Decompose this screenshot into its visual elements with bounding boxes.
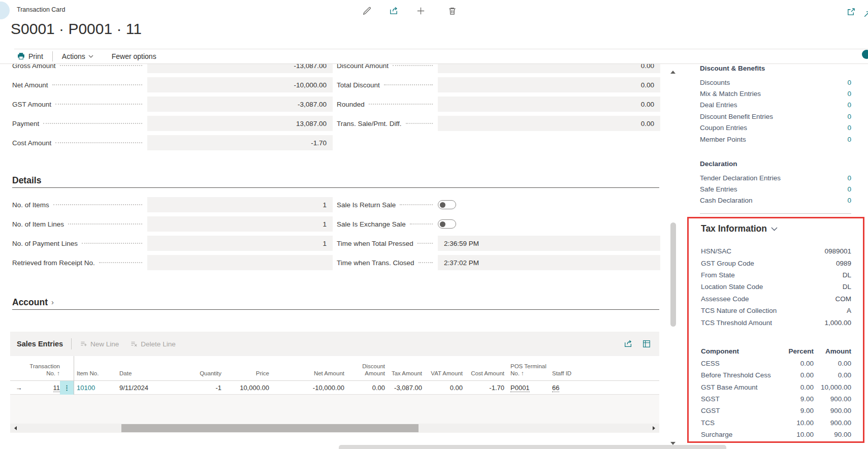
- toggle-knob: [440, 202, 445, 208]
- dotted-leader: [68, 223, 142, 224]
- item-value-link[interactable]: 0: [847, 101, 851, 109]
- cell-cost-amount[interactable]: -1.70: [463, 384, 504, 392]
- sale-is-return-sale-toggle[interactable]: [438, 200, 456, 209]
- item-value-link[interactable]: 0: [847, 174, 851, 182]
- row-options-icon[interactable]: ⋮: [60, 381, 74, 395]
- account-section-title[interactable]: Account›: [12, 297, 54, 308]
- col-pos-terminal-no[interactable]: POS Terminal No. ↑: [510, 363, 550, 377]
- col-item-no[interactable]: Item No.: [74, 370, 119, 377]
- list-item: HSN/SAC0989001: [701, 245, 851, 257]
- item-value-link[interactable]: 0: [847, 197, 851, 204]
- delete-line-button[interactable]: Delete Line: [130, 340, 175, 348]
- net-amount-field[interactable]: -10,000.00: [147, 77, 333, 92]
- no-of-item-lines-field[interactable]: 1: [147, 216, 333, 232]
- item-label: From State: [701, 271, 735, 279]
- page-inspector-badge[interactable]: [862, 50, 868, 59]
- trans-sale-pmt-diff-field[interactable]: 0.00: [438, 116, 660, 131]
- col-staff-id[interactable]: Staff ID: [552, 370, 577, 377]
- cell-net-amount[interactable]: -10,000.00: [269, 384, 344, 392]
- scroll-left-icon[interactable]: [14, 426, 17, 430]
- app-avatar-circle: [0, 2, 10, 19]
- total-discount-field[interactable]: 0.00: [438, 77, 660, 92]
- cell-pos-terminal-no[interactable]: P0001: [510, 384, 550, 392]
- retrieved-from-receipt-field[interactable]: [147, 255, 333, 270]
- scroll-up-icon[interactable]: [670, 71, 676, 74]
- vertical-scrollbar-thumb[interactable]: [670, 222, 676, 327]
- item-value-link[interactable]: 0: [847, 185, 851, 193]
- sale-is-exchange-sale-toggle[interactable]: [438, 219, 456, 229]
- add-icon[interactable]: [416, 6, 426, 16]
- col-net-amount[interactable]: Net Amount: [269, 370, 344, 377]
- no-of-items-field[interactable]: 1: [147, 197, 333, 212]
- time-total-pressed-field[interactable]: 2:36:59 PM: [438, 236, 660, 251]
- component-percent: 10.00: [783, 431, 814, 438]
- expand-arrow-icon[interactable]: [863, 10, 868, 20]
- col-price[interactable]: Price: [221, 370, 269, 377]
- payment-field[interactable]: 13,087.00: [147, 116, 333, 131]
- col-vat-amount[interactable]: VAT Amount: [422, 370, 463, 377]
- open-in-new-window-icon[interactable]: [846, 7, 856, 17]
- item-value-link[interactable]: 0: [847, 90, 851, 98]
- item-value-link[interactable]: 0: [847, 113, 851, 120]
- col-quantity[interactable]: Quantity: [167, 370, 221, 377]
- factbox-divider: [700, 213, 851, 214]
- cost-amount-field[interactable]: -1.70: [147, 135, 333, 150]
- item-label: Member Points: [700, 136, 746, 143]
- col-discount-amount[interactable]: Discount Amount: [344, 363, 385, 377]
- cell-item-no[interactable]: 10100: [74, 384, 119, 392]
- print-label: Print: [28, 52, 43, 60]
- delete-icon[interactable]: [447, 6, 457, 16]
- discount-amount-field[interactable]: 0.00: [438, 64, 660, 73]
- field-label: Cost Amount: [12, 139, 51, 147]
- component-amount: 0.00: [814, 360, 851, 367]
- cell-quantity[interactable]: -1: [167, 384, 221, 392]
- cell-price[interactable]: 10,000.00: [221, 384, 269, 392]
- rounded-field[interactable]: 0.00: [438, 97, 660, 112]
- item-value-link[interactable]: 0: [847, 136, 851, 143]
- dotted-leader: [99, 262, 142, 263]
- cell-vat-amount[interactable]: 0.00: [422, 384, 463, 392]
- open-in-excel-icon[interactable]: [642, 339, 651, 348]
- time-trans-closed-field[interactable]: 2:37:02 PM: [438, 255, 660, 270]
- page-horizontal-scrollbar-thumb[interactable]: [339, 445, 726, 449]
- component-percent: 10.00: [783, 419, 814, 427]
- transaction-card-page: Transaction Card S0001 · P0001 · 11 Prin…: [0, 0, 868, 449]
- cell-date[interactable]: 9/11/2024: [119, 384, 167, 392]
- col-transaction-no[interactable]: Transaction No. ↑: [27, 363, 60, 377]
- cell-staff-id[interactable]: 66: [552, 384, 577, 392]
- col-cost-amount[interactable]: Cost Amount: [463, 370, 504, 377]
- component-row: GST Base Amount0.0010,000.00: [701, 381, 851, 393]
- cell-discount-amount[interactable]: 0.00: [344, 384, 385, 392]
- component-header: Component: [701, 347, 783, 355]
- share-icon[interactable]: [389, 6, 399, 16]
- actions-menu-button[interactable]: Actions: [62, 52, 93, 60]
- item-value-link[interactable]: 0: [847, 124, 851, 132]
- share-icon[interactable]: [624, 339, 633, 348]
- current-row-arrow-icon: →: [10, 384, 27, 392]
- component-name: CESS: [701, 360, 783, 367]
- field-row-exchange-sale: Sale Is Exchange Sale: [337, 216, 660, 232]
- gst-amount-field[interactable]: -3,087.00: [147, 97, 333, 112]
- col-tax-amount[interactable]: Tax Amount: [385, 370, 422, 377]
- print-button[interactable]: Print: [17, 52, 43, 60]
- field-row-cost-amount: Cost Amount -1.70: [12, 135, 333, 150]
- tax-information-title[interactable]: Tax Information: [701, 223, 778, 234]
- new-line-button[interactable]: New Line: [80, 340, 119, 348]
- horizontal-scrollbar-thumb[interactable]: [121, 424, 419, 432]
- cell-tax-amount[interactable]: -3,087.00: [385, 384, 422, 392]
- edit-icon[interactable]: [362, 6, 372, 16]
- details-section-title: Details: [12, 175, 41, 186]
- col-date[interactable]: Date: [119, 370, 167, 377]
- list-item: Member Points0: [700, 134, 851, 145]
- gross-amount-field[interactable]: -13,087.00: [147, 64, 333, 73]
- item-value-link[interactable]: 0: [847, 79, 851, 86]
- scroll-right-icon[interactable]: [653, 426, 655, 430]
- cell-transaction-no[interactable]: 11: [27, 384, 60, 392]
- fewer-options-button[interactable]: Fewer options: [112, 52, 156, 60]
- component-row: SGST9.00900.00: [701, 393, 851, 405]
- item-label: TCS Threshold Amount: [701, 319, 772, 327]
- table-horizontal-scrollbar[interactable]: [10, 424, 659, 433]
- table-row[interactable]: → 11 ⋮ 10100 9/11/2024 -1 10,000.00 -10,…: [10, 381, 659, 395]
- dotted-leader: [400, 204, 433, 205]
- no-of-payment-lines-field[interactable]: 1: [147, 236, 333, 251]
